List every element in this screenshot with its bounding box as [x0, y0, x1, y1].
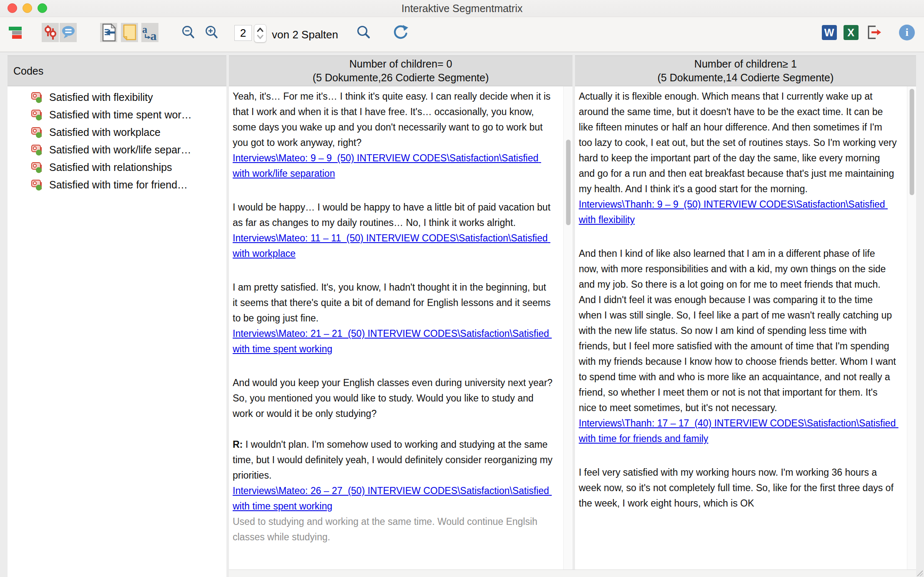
export-button[interactable] [865, 23, 882, 42]
segment-source-link[interactable]: Interviews\Thanh: 9 – 9 (50) INTERVIEW C… [579, 197, 897, 228]
export-word-button[interactable]: W [821, 23, 838, 42]
memo-bubble-icon [60, 25, 77, 40]
scrollbar-thumb[interactable] [566, 140, 570, 225]
refresh-icon [392, 24, 409, 41]
traffic-lights [8, 3, 47, 13]
code-icon [31, 108, 44, 121]
column-subtitle: (5 Dokumente,14 Codierte Segmente) [658, 71, 834, 85]
segment-text: R: I wouldn't plan. I'm somehow used to … [233, 437, 553, 483]
code-label: Satisfied with time spent wor… [49, 109, 192, 121]
info-button[interactable]: i [897, 23, 916, 42]
segment-source-link[interactable]: Interviews\Mateo: 9 – 9 (50) INTERVIEW C… [233, 151, 553, 181]
zoom-in-button[interactable] [203, 23, 221, 42]
segments-column-2: Actually it is flexible enough. Which me… [575, 86, 916, 569]
code-list-item[interactable]: Satisfied with workplace [8, 123, 226, 141]
toolbar: a a von 2 Spalten [0, 17, 924, 52]
code-list-item[interactable]: Satisfied with relationships [8, 158, 226, 176]
matrix-column-2: Actually it is flexible enough. Which me… [575, 86, 916, 569]
export-excel-button[interactable]: X [842, 23, 859, 42]
coded-segments-icon [43, 24, 58, 41]
vertical-scrollbar[interactable] [563, 86, 572, 569]
segment-source-link[interactable]: Interviews\Thanh: 17 – 17 (40) INTERVIEW… [579, 416, 897, 447]
segment-text: And then I kind of like also learned tha… [579, 246, 897, 416]
columns-stepper[interactable] [254, 24, 266, 43]
horizontal-scrollbar[interactable] [229, 569, 916, 577]
coded-segment: And then I kind of like also learned tha… [579, 246, 897, 447]
titlebar: Interaktive Segmentmatrix [0, 0, 924, 17]
coded-segment: And would you keep your English classes … [233, 375, 553, 545]
coded-segment: Actually it is flexible enough. Which me… [579, 89, 897, 228]
insert-document-icon [101, 23, 116, 42]
code-icon [31, 161, 44, 174]
scrollbar-thumb[interactable] [909, 89, 914, 195]
coded-segment: I am pretty satisfied. It's, you know, I… [233, 280, 553, 357]
coded-segment: I feel very satisfied with my working ho… [579, 465, 897, 511]
code-label: Satisfied with work/life separ… [49, 144, 191, 156]
word-icon: W [822, 25, 837, 40]
insert-into-document-button[interactable] [100, 23, 117, 42]
search-icon [355, 24, 372, 41]
segment-text: I would be happy… I would be happy to ha… [233, 200, 553, 231]
codes-list: Satisfied with flexibilitySatisfied with… [8, 86, 226, 577]
code-icon [31, 126, 44, 139]
columns-count-input[interactable] [234, 25, 252, 41]
svg-text:a: a [150, 29, 156, 42]
stepper-chevrons-icon [255, 25, 265, 41]
code-icon [31, 143, 44, 156]
segment-source-link[interactable]: Interviews\Mateo: 21 – 21 (50) INTERVIEW… [233, 326, 553, 357]
font-size-button[interactable]: a a [141, 23, 158, 42]
zoom-out-button[interactable] [179, 23, 198, 42]
sticky-note-icon [122, 24, 138, 41]
new-memo-button[interactable] [121, 23, 138, 42]
minimize-button[interactable] [23, 3, 32, 13]
segment-comment: Used to studying and working at the same… [233, 514, 553, 545]
code-icon [31, 91, 44, 104]
search-button[interactable] [354, 23, 373, 42]
segments-column-1: Yeah, it's… For me it's… I think it's qu… [229, 86, 572, 569]
speaker-prefix: R: [233, 439, 243, 450]
code-label: Satisfied with flexibility [49, 91, 153, 103]
segment-source-link[interactable]: Interviews\Mateo: 11 – 11 (50) INTERVIEW… [233, 231, 553, 261]
resize-handle[interactable] [916, 570, 923, 576]
app-window: { "window": { "title": "Interaktive Segm… [0, 0, 924, 577]
maximize-button[interactable] [38, 3, 47, 13]
segment-text: Actually it is flexible enough. Which me… [579, 89, 897, 197]
font-size-icon: a a [141, 23, 158, 42]
codes-header: Codes [8, 55, 226, 86]
codes-header-label: Codes [13, 65, 43, 77]
coded-segments-button[interactable] [42, 23, 59, 42]
code-list-item[interactable]: Satisfied with flexibility [8, 88, 226, 106]
code-label: Satisfied with workplace [49, 126, 161, 138]
code-icon [31, 178, 44, 191]
column-title: Number of children= 0 [349, 57, 452, 71]
code-list-item[interactable]: Satisfied with time for friend… [8, 176, 226, 193]
segment-text: Yeah, it's… For me it's… I think it's qu… [233, 89, 553, 151]
matrix-column-1: Yeah, it's… For me it's… I think it's qu… [229, 86, 572, 569]
refresh-button[interactable] [391, 23, 409, 42]
export-icon [865, 24, 882, 41]
column-title: Number of children≥ 1 [694, 57, 797, 71]
code-label: Satisfied with time for friend… [49, 179, 188, 191]
segment-text: I am pretty satisfied. It's, you know, I… [233, 280, 553, 326]
segment-source-link[interactable]: Interviews\Mateo: 26 – 27 (50) INTERVIEW… [233, 483, 553, 514]
info-icon: i [899, 25, 915, 40]
codes-panel: Satisfied with flexibilitySatisfied with… [8, 86, 226, 577]
excel-icon: X [844, 25, 859, 40]
matrix-menu-button[interactable] [7, 23, 24, 42]
zoom-in-icon [203, 24, 221, 41]
code-list-item[interactable]: Satisfied with work/life separ… [8, 141, 226, 158]
coded-segment: Yeah, it's… For me it's… I think it's qu… [233, 89, 553, 181]
coded-segment: I would be happy… I would be happy to ha… [233, 200, 553, 261]
matrix-column-header-2: Number of children≥ 1 (5 Dokumente,14 Co… [575, 55, 916, 86]
segment-text: I feel very satisfied with my working ho… [579, 465, 897, 511]
code-list-item[interactable]: Satisfied with time spent wor… [8, 106, 226, 123]
matrix-menu-icon [9, 26, 23, 39]
memos-button[interactable] [60, 23, 77, 42]
column-subtitle: (5 Dokumente,26 Codierte Segmente) [313, 71, 489, 85]
window-title: Interaktive Segmentmatrix [402, 3, 522, 15]
close-button[interactable] [8, 3, 17, 13]
vertical-scrollbar[interactable] [907, 86, 916, 569]
svg-text:a: a [142, 24, 147, 35]
matrix-column-header-1: Number of children= 0 (5 Dokumente,26 Co… [229, 55, 572, 86]
zoom-out-icon [180, 24, 197, 41]
